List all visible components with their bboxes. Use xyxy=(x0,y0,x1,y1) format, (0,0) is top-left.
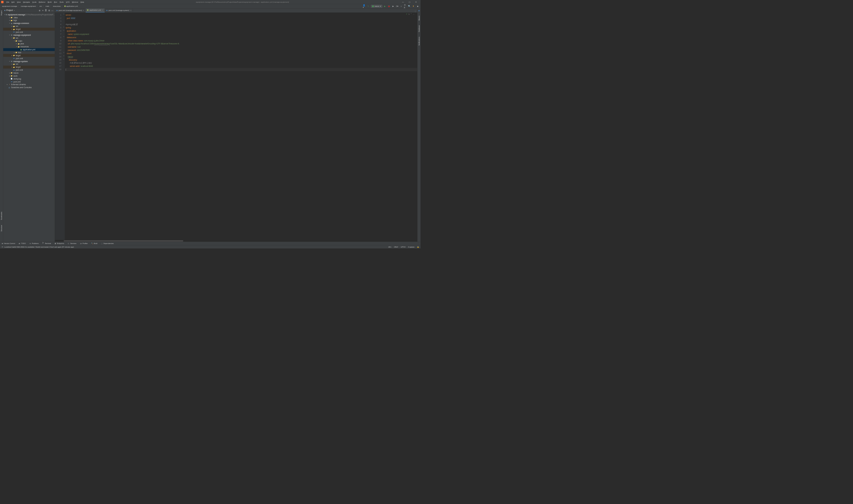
toolwindow-terminal[interactable]: ❯_Terminal xyxy=(42,242,51,244)
tree-item[interactable]: ▼📁resources xyxy=(3,45,55,48)
debug-button[interactable]: 🐞 xyxy=(387,5,390,8)
menu-tools[interactable]: Tools xyxy=(58,1,65,3)
indent-setting[interactable]: 2 spaces xyxy=(408,246,414,248)
run-config-selector[interactable]: nacos ▾ xyxy=(371,5,382,8)
tree-item[interactable]: ▶📁target xyxy=(3,66,55,69)
tree-item[interactable]: ▶📁src xyxy=(3,25,55,28)
tree-item[interactable]: ▶📁target xyxy=(3,28,55,31)
menu-vcs[interactable]: VCS xyxy=(65,1,71,3)
tree-item[interactable]: ▶📁nacos xyxy=(3,72,55,74)
status-icon: ☐ xyxy=(1,246,3,248)
toolwindow-problems[interactable]: ⊘Problems xyxy=(29,242,39,244)
menu-navigate[interactable]: Navigate xyxy=(22,1,31,3)
profile-button[interactable]: ◔▾ xyxy=(396,5,399,8)
breadcrumb-item[interactable]: ⬢ application.yml xyxy=(64,5,79,7)
menu-refactor[interactable]: Refactor xyxy=(38,1,47,3)
run-coverage-button[interactable]: ▶ xyxy=(391,5,395,8)
tree-item[interactable]: ⬢application.yml xyxy=(3,48,55,51)
tree-item[interactable]: ▶📁work xyxy=(3,74,55,77)
run-button[interactable]: ▶ xyxy=(384,5,386,8)
close-tab-icon[interactable]: ✕ xyxy=(102,10,103,11)
tool-project[interactable]: Project xyxy=(1,10,2,17)
tool-maven[interactable]: Maven xyxy=(418,15,420,21)
breadcrumb-item[interactable]: manage-equipment xyxy=(20,5,36,7)
toolwindow-services[interactable]: ⬡Services xyxy=(68,242,77,244)
breadcrumb-item[interactable]: resources xyxy=(52,5,61,7)
tree-item[interactable]: mpom.xml xyxy=(3,80,55,83)
tree-item[interactable]: mpom.xml xyxy=(3,57,55,60)
caret-position[interactable]: 18:1 xyxy=(388,246,391,248)
menu-build[interactable]: Build xyxy=(47,1,53,3)
toolwindow-dependencies[interactable]: ⬚Dependencies xyxy=(101,242,114,244)
tool-notifications[interactable]: Notifications xyxy=(418,36,420,46)
project-panel-title[interactable]: ■ Project ▼ xyxy=(4,10,15,12)
tree-item[interactable]: ▼▣manage-equipment xyxy=(3,33,55,36)
project-tree[interactable]: ▼▣equipment-manage D:\YhcResource\myProj… xyxy=(3,13,55,242)
jetbrains-icon[interactable]: ◆ xyxy=(416,5,419,8)
tree-item[interactable]: mpom.xml xyxy=(3,69,55,72)
minimize-button[interactable]: — xyxy=(400,0,406,4)
tool-bookmarks[interactable]: Bookmarks xyxy=(1,211,2,221)
status-message[interactable]: Localized IntelliJ IDEA 2022.3 is availa… xyxy=(4,246,74,248)
tree-item[interactable]: ▶📁.idea xyxy=(3,16,55,19)
menu-file[interactable]: File xyxy=(5,1,10,3)
select-opened-file-icon[interactable]: ⊕ xyxy=(38,9,41,12)
close-tab-icon[interactable]: ✕ xyxy=(130,10,132,11)
menu-edit[interactable]: Edit xyxy=(10,1,16,3)
tree-item[interactable]: ▧Scratches and Consoles xyxy=(3,86,55,89)
breadcrumb-item[interactable]: src xyxy=(39,5,42,7)
toolwindow-version-control[interactable]: ⫘Version Control xyxy=(1,242,15,244)
tree-item[interactable]: ▼📁src xyxy=(3,36,55,39)
file-encoding[interactable]: UTF-8 xyxy=(401,246,405,248)
maven-icon[interactable]: m xyxy=(418,10,420,12)
user-icon[interactable]: 👤▾ xyxy=(363,5,366,8)
tree-item[interactable]: ▶📁java xyxy=(3,42,55,45)
tree-item[interactable]: ▼▣manage-system xyxy=(3,60,55,63)
tree-item[interactable]: ▶📁target xyxy=(3,54,55,57)
tree-item[interactable]: 📄derby.log xyxy=(3,77,55,80)
search-icon[interactable]: 🔍 xyxy=(408,5,411,8)
tool-structure[interactable]: Structure xyxy=(1,224,2,233)
code-editor[interactable]: server: port: 8302#spring的配置spring: appl… xyxy=(65,13,417,240)
menu-help[interactable]: Help xyxy=(79,1,85,3)
menu-view[interactable]: View xyxy=(16,1,22,3)
ide-update-icon[interactable]: ⬆ xyxy=(412,5,415,8)
tree-item[interactable]: ▶📁test xyxy=(3,51,55,54)
tree-root[interactable]: ▼▣equipment-manage D:\YhcResource\myProj… xyxy=(3,13,55,16)
toolwindow-profiler[interactable]: ◔Profiler xyxy=(80,242,88,244)
tabs-more-icon[interactable]: ⋮ xyxy=(413,10,417,13)
toolwindow-todo[interactable]: ≔TODO xyxy=(19,242,26,244)
readonly-icon[interactable]: 🔓 xyxy=(417,246,419,248)
menu-code[interactable]: Code xyxy=(31,1,38,3)
expand-all-icon[interactable]: ≡ xyxy=(42,9,44,12)
stop-button[interactable]: ■ xyxy=(400,5,403,8)
settings-icon[interactable]: ⚙ xyxy=(48,9,50,12)
hide-panel-icon[interactable]: — xyxy=(51,9,54,12)
maximize-button[interactable]: ▢ xyxy=(406,0,413,4)
editor-tab[interactable]: mpom.xml (manage-system)✕ xyxy=(105,8,133,13)
tree-item[interactable]: ▶⫴External Libraries xyxy=(3,83,55,86)
toolwindow-build[interactable]: 🔨Build xyxy=(91,242,98,244)
line-gutter[interactable]: 123456789101112131415161718 xyxy=(55,13,63,240)
breadcrumb-item[interactable]: main xyxy=(45,5,50,7)
breadcrumb-item[interactable]: equipment-manage xyxy=(1,5,18,7)
translate-icon[interactable]: 文A xyxy=(404,5,407,8)
back-icon[interactable]: ↖ xyxy=(367,5,370,8)
title-bar: FileEditViewNavigateCodeRefactorBuildRun… xyxy=(0,0,421,4)
close-tab-icon[interactable]: ✕ xyxy=(83,10,84,11)
tree-item[interactable]: mpom.xml xyxy=(3,31,55,34)
close-button[interactable]: ✕ xyxy=(413,0,419,4)
menu-run[interactable]: Run xyxy=(53,1,58,3)
tree-item[interactable]: ▶📁src xyxy=(3,63,55,66)
editor-tab[interactable]: ⬢application.yml✕ xyxy=(86,8,104,13)
collapse-all-icon[interactable]: ≣ xyxy=(45,9,47,12)
editor-tab[interactable]: mpom.xml (manage-equipment)✕ xyxy=(55,8,86,13)
tree-item[interactable]: ▼📁main xyxy=(3,39,55,42)
menu-window[interactable]: Window xyxy=(71,1,79,3)
inspection-widget[interactable]: ✔3 ⌃⌄ xyxy=(406,13,414,15)
tree-item[interactable]: ▼▣manage-common xyxy=(3,22,55,25)
tree-item[interactable]: ▶📁logs xyxy=(3,19,55,22)
line-separator[interactable]: CRLF xyxy=(394,246,398,248)
tool-database[interactable]: Database xyxy=(418,24,420,33)
toolwindow-endpoints[interactable]: ⇄Endpoints xyxy=(54,242,64,244)
